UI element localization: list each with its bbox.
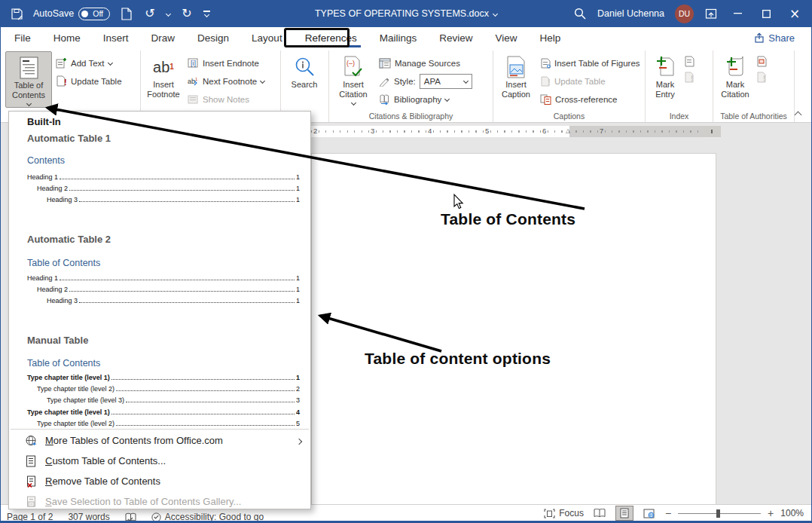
toc-dropdown-menu: More Tables of Contents from Office.com … [9, 430, 310, 512]
tab-draw[interactable]: Draw [140, 27, 187, 48]
share-button[interactable]: Share [748, 30, 801, 46]
insert-index-icon[interactable] [684, 56, 694, 67]
redo-icon[interactable]: ↻ [180, 7, 194, 20]
toc-preview-row: Type chapter title (level 1)1 [27, 372, 300, 381]
zoom-in-button[interactable]: + [768, 507, 774, 519]
collapse-ribbon-chevron[interactable] [795, 112, 802, 119]
document-title: TYPES OF OPERATING SYSTEMS.docx [315, 8, 489, 19]
cross-reference-button[interactable]: Cross-reference [538, 91, 643, 107]
annotation-toc-button-label: Table of Contents [441, 210, 575, 228]
update-table-button[interactable]: ! Update Table [53, 73, 124, 89]
style-select[interactable]: APA [420, 74, 472, 89]
right-indent-marker[interactable]: △ [566, 127, 570, 134]
print-layout-button[interactable] [615, 506, 633, 521]
tab-design[interactable]: Design [186, 27, 240, 48]
mark-citation-button[interactable]: Mark Citation [716, 51, 755, 101]
insert-footnote-button[interactable]: ab1 Insert Footnote [143, 51, 184, 101]
menu-item-remove-table-of-contents[interactable]: Remove Table of Contents [9, 471, 310, 491]
menu-item-more-tables-from-office[interactable]: More Tables of Contents from Office.com [9, 430, 310, 451]
new-document-icon[interactable] [120, 7, 133, 20]
insert-table-of-figures-label: Insert Table of Figures [554, 59, 640, 68]
menu-item-save-selection-to-gallery: Save Selection to Table of Contents Gall… [9, 491, 310, 512]
tab-file[interactable]: File [3, 27, 42, 48]
show-notes-icon [188, 94, 199, 105]
remove-toc-icon [24, 476, 38, 488]
save-icon[interactable] [10, 7, 23, 20]
bibliography-icon [379, 94, 390, 105]
proofing-icon[interactable] [125, 512, 136, 521]
word-count[interactable]: 307 words [68, 512, 109, 521]
ribbon-display-options-icon[interactable] [704, 7, 718, 20]
zoom-level[interactable]: 100% [780, 508, 804, 518]
document-title-menu[interactable]: TYPES OF OPERATING SYSTEMS.docx [315, 8, 497, 19]
page-indicator[interactable]: Page 1 of 2 [7, 512, 53, 521]
style-select-chevron [463, 78, 469, 84]
insert-footnote-icon: ab1 [153, 54, 174, 80]
ruler-toggle-box[interactable] [703, 126, 721, 137]
tab-view[interactable]: View [484, 27, 528, 48]
undo-icon[interactable]: ↺ [143, 7, 157, 20]
title-bar: AutoSave Off ↺ ↻ TYPES OF OPERATING SYST… [1, 0, 811, 27]
menu-item-label: Remove Table of Contents [45, 476, 160, 487]
tab-review[interactable]: Review [428, 27, 484, 48]
zoom-slider[interactable] [678, 513, 761, 514]
ruler-mark: 2 [312, 127, 319, 135]
autosave-toggle[interactable]: AutoSave Off [33, 8, 110, 20]
gallery-item-title: Automatic Table 2 [27, 234, 111, 245]
add-text-icon [56, 57, 67, 69]
toc-preview-heading: Table of Contents [27, 358, 100, 369]
toc-preview-heading: Table of Contents [27, 258, 100, 268]
accessibility-label: Accessibility: Good to go [165, 512, 264, 521]
insert-table-of-figures-icon [540, 58, 551, 69]
add-text-chevron [108, 60, 113, 66]
tab-layout[interactable]: Layout [240, 27, 294, 48]
search-icon[interactable] [573, 7, 587, 20]
horizontal-ruler[interactable]: 2 3 4 5 6 7 △ [311, 126, 720, 137]
customize-quick-access-icon[interactable] [203, 11, 210, 16]
close-button[interactable]: × [786, 5, 804, 23]
maximize-button[interactable] [757, 5, 775, 23]
user-name[interactable]: Daniel Uchenna [597, 8, 664, 19]
gallery-item-title: Manual Table [27, 335, 88, 346]
tab-references[interactable]: References [294, 27, 368, 48]
search-button[interactable]: Search [283, 51, 325, 91]
add-text-button[interactable]: Add Text [53, 55, 124, 71]
mark-entry-button[interactable]: Mark Entry [648, 51, 682, 101]
menu-item-label: Custom Table of Contents... [45, 455, 166, 466]
tab-mailings[interactable]: Mailings [368, 27, 429, 48]
insert-citation-chevron [350, 100, 356, 106]
manage-sources-button[interactable]: Manage Sources [377, 55, 475, 71]
menu-item-custom-table-of-contents[interactable]: Custom Table of Contents... [9, 451, 310, 471]
document-page[interactable] [311, 153, 716, 506]
next-footnote-button[interactable]: ab1 Next Footnote [185, 73, 267, 89]
bibliography-label: Bibliography [394, 95, 441, 104]
autosave-state: Off [93, 9, 103, 18]
minimize-button[interactable] [728, 5, 746, 23]
insert-endnote-button[interactable]: [i] Insert Endnote [185, 55, 267, 71]
tab-home[interactable]: Home [42, 27, 92, 48]
update-table-icon: ! [56, 75, 67, 87]
read-mode-button[interactable] [591, 506, 609, 521]
undo-dropdown-chevron[interactable] [166, 11, 171, 16]
update-table-captions-label: Update Table [554, 77, 606, 86]
insert-caption-icon [506, 54, 527, 80]
cross-reference-label: Cross-reference [555, 95, 617, 104]
mark-entry-icon [655, 54, 676, 80]
bibliography-chevron [444, 96, 450, 102]
title-dropdown-chevron [493, 11, 498, 16]
bibliography-button[interactable]: Bibliography [377, 91, 475, 107]
avatar[interactable]: DU [675, 5, 694, 23]
zoom-out-button[interactable]: − [665, 507, 671, 519]
accessibility-status[interactable]: Accessibility: Good to go [151, 512, 264, 521]
tab-help[interactable]: Help [529, 27, 572, 48]
zoom-slider-handle[interactable] [716, 509, 720, 518]
insert-table-of-figures-button[interactable]: Insert Table of Figures [538, 55, 643, 71]
insert-caption-button[interactable]: Insert Caption [496, 51, 536, 101]
tab-insert[interactable]: Insert [92, 27, 140, 48]
insert-table-of-authorities-icon[interactable] [756, 56, 767, 67]
table-of-contents-button[interactable]: Table of Contents [5, 51, 52, 108]
web-layout-button[interactable] [640, 506, 658, 521]
manage-sources-icon [379, 58, 391, 69]
insert-citation-button[interactable]: (–) Insert Citation [331, 51, 375, 106]
focus-button[interactable]: Focus [544, 508, 584, 518]
